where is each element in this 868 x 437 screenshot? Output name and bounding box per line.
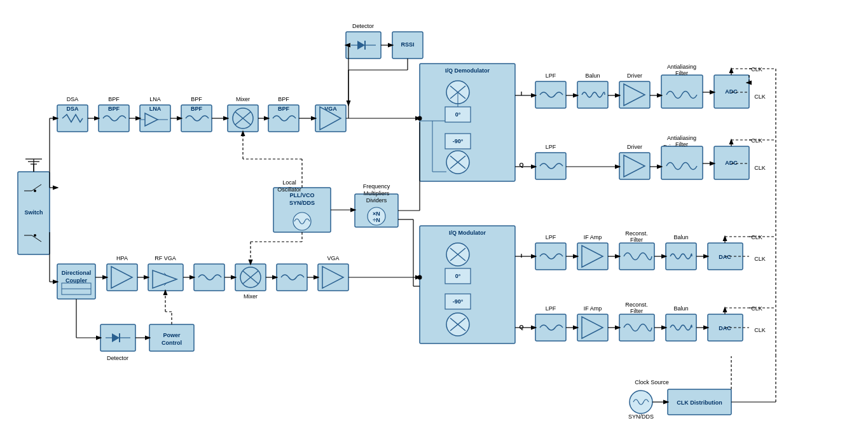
svg-text:Multipliers: Multipliers (364, 190, 390, 197)
svg-text:LNA: LNA (149, 106, 162, 112)
svg-text:CLK Distribution: CLK Distribution (677, 399, 722, 406)
bpf3-block: BPF (268, 105, 299, 132)
svg-text:BPF: BPF (191, 96, 202, 102)
mixer-rx-block: Mixer (228, 96, 258, 132)
svg-text:Detector: Detector (352, 23, 374, 29)
lpf-i-block: LPF (535, 73, 566, 108)
svg-text:DAC: DAC (719, 254, 731, 260)
svg-text:BPF: BPF (191, 106, 203, 112)
dsa-block: DSA (57, 105, 88, 132)
freq-mult-block: Frequency Multipliers Dividers ×N ÷N (355, 183, 398, 227)
svg-text:Driver: Driver (627, 73, 642, 79)
svg-text:I: I (521, 253, 523, 259)
svg-text:Balun: Balun (585, 73, 600, 79)
svg-text:LPF: LPF (546, 73, 556, 79)
clk-dist-block: CLK Distribution (668, 389, 731, 415)
svg-text:HPA: HPA (116, 255, 128, 261)
reconst-ti-block: Reconst. Filter (619, 230, 654, 270)
svg-text:CLK: CLK (754, 165, 766, 171)
svg-text:DAC: DAC (719, 325, 731, 331)
svg-text:CLK: CLK (754, 327, 766, 333)
svg-text:Q: Q (519, 324, 523, 330)
svg-text:BPF: BPF (108, 106, 120, 112)
svg-text:Detector: Detector (107, 355, 128, 361)
svg-point-93 (293, 212, 311, 230)
reconst-tq-block: Reconst. Filter (619, 302, 654, 341)
svg-text:÷N: ÷N (373, 217, 380, 223)
svg-text:ADC: ADC (725, 88, 738, 95)
svg-text:IF Amp: IF Amp (584, 305, 602, 312)
switch-block: Switch (18, 159, 50, 254)
dir-coupler-block: Directional Coupler (57, 264, 95, 299)
svg-text:×N: ×N (373, 211, 380, 217)
svg-text:Reconst.: Reconst. (625, 302, 648, 308)
svg-text:Clock Source: Clock Source (635, 379, 669, 385)
svg-text:-90°: -90° (453, 298, 464, 305)
svg-text:IF Amp: IF Amp (584, 234, 602, 240)
svg-text:Driver: Driver (627, 144, 642, 150)
aa-filter-i-block: Antialiasing Filter (661, 64, 703, 108)
svg-rect-122 (619, 243, 654, 270)
svg-text:DSA: DSA (67, 96, 79, 102)
adc-q-block: ADC (714, 146, 749, 179)
aa-filter-q-block: Antialiasing Filter (661, 135, 703, 179)
svg-text:Local: Local (282, 179, 296, 186)
vga-rx-block: VGA (315, 105, 346, 132)
rssi-block: RSSI (392, 32, 423, 59)
svg-text:Antialiasing: Antialiasing (667, 135, 696, 141)
svg-text:Oscillator: Oscillator (277, 186, 301, 193)
svg-point-7 (34, 190, 36, 192)
iq-demod-block: I/Q Demodulator 0° -90° (420, 64, 515, 181)
svg-text:Directional: Directional (62, 270, 92, 276)
if-amp-ti-block: IF Amp (577, 234, 608, 270)
svg-text:CLK: CLK (751, 234, 762, 240)
svg-text:CLK: CLK (754, 256, 766, 262)
balun-tq-block: Balun (666, 305, 696, 341)
svg-rect-135 (619, 314, 654, 341)
svg-text:SYN/DDS: SYN/DDS (289, 200, 315, 206)
svg-text:LPF: LPF (546, 234, 556, 240)
mixer-tx-block: Mixer (235, 264, 266, 300)
svg-text:RSSI: RSSI (401, 41, 414, 48)
svg-text:0°: 0° (455, 111, 461, 118)
svg-point-191 (418, 116, 422, 121)
svg-text:BPF: BPF (278, 96, 289, 102)
svg-text:DSA: DSA (66, 106, 79, 112)
bpf2-block: BPF (181, 105, 212, 132)
pll-vco-block: PLL/VCO SYN/DDS (273, 188, 331, 232)
bpf1-block: BPF (99, 105, 129, 132)
hpa-block: HPA (107, 255, 137, 291)
svg-text:-90°: -90° (453, 138, 464, 144)
svg-text:LNA: LNA (149, 96, 161, 102)
rf-vga-block: RF VGA (148, 255, 183, 291)
lna-block: LNA (140, 105, 170, 132)
svg-text:Filter: Filter (630, 308, 643, 314)
svg-text:RF VGA: RF VGA (155, 255, 176, 261)
svg-text:Power: Power (163, 332, 181, 338)
adc-i-block: ADC (714, 75, 749, 108)
lpf-ti-block: LPF (535, 234, 566, 270)
svg-text:CLK: CLK (754, 94, 766, 100)
svg-text:ADC: ADC (725, 160, 738, 166)
svg-text:LPF: LPF (546, 144, 556, 150)
svg-text:Antialiasing: Antialiasing (667, 64, 696, 70)
svg-text:CLK: CLK (751, 137, 762, 144)
svg-text:Filter: Filter (630, 237, 643, 243)
svg-text:Mixer: Mixer (244, 293, 258, 300)
svg-point-10 (34, 234, 36, 237)
svg-text:BPF: BPF (108, 96, 120, 102)
svg-text:PLL/VCO: PLL/VCO (289, 192, 314, 198)
svg-text:0°: 0° (455, 273, 461, 279)
if-amp-tq-block: IF Amp (577, 305, 608, 341)
svg-text:Control: Control (162, 340, 182, 346)
block-diagram: Switch DSA DSA BPF BPF LNA LNA (0, 0, 868, 437)
svg-text:CLK: CLK (751, 305, 762, 312)
power-ctrl-block: Power Control (149, 324, 194, 351)
svg-point-242 (418, 275, 422, 280)
svg-text:Balun: Balun (673, 234, 688, 240)
lpf-q-block: LPF (535, 144, 566, 179)
svg-text:LPF: LPF (546, 305, 556, 312)
svg-text:BPF: BPF (278, 106, 290, 112)
vga-tx-block: VGA (318, 255, 348, 291)
svg-rect-84 (661, 146, 703, 179)
